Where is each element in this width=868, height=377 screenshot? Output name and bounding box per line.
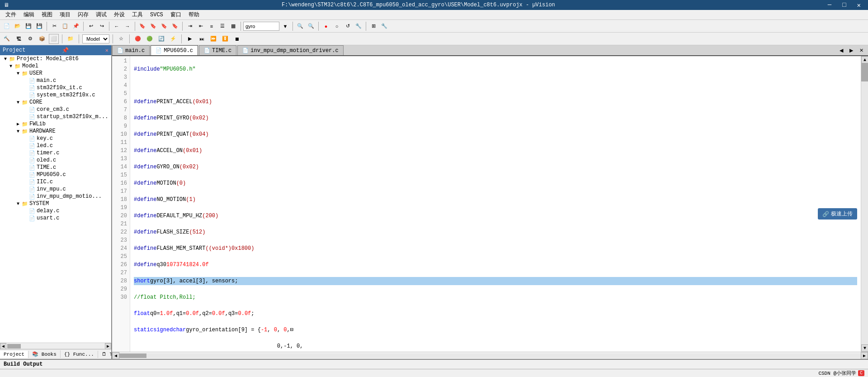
tree-inv-mpu-dmp[interactable]: 📄 inv_mpu_dmp_motio... <box>0 193 111 200</box>
build3-button[interactable]: ⚙ <box>25 34 35 44</box>
run3-button[interactable]: ↺ <box>343 21 353 31</box>
format2-button[interactable]: ☰ <box>217 21 227 31</box>
tree-delay[interactable]: 📄 delay.c <box>0 207 111 215</box>
vscroll-down[interactable]: ▼ <box>861 344 868 352</box>
project-pin-icon[interactable]: 📌 <box>62 47 69 54</box>
tab-mpu6050[interactable]: 📄 MPU6050.c <box>151 45 198 55</box>
menu-item-文件[interactable]: 文件 <box>2 10 20 19</box>
menu-item-视图[interactable]: 视图 <box>38 10 56 19</box>
format3-button[interactable]: ▦ <box>228 21 238 31</box>
hscroll-track[interactable] <box>119 353 861 358</box>
debug5-button[interactable]: ⏹ <box>232 34 242 44</box>
cut-button[interactable]: ✂ <box>49 21 59 31</box>
expander-hardware[interactable]: ▼ <box>14 129 22 134</box>
expander-user[interactable]: ▼ <box>14 71 22 76</box>
build5-button[interactable]: ⬜ <box>49 34 59 44</box>
tab-close-all[interactable]: ✕ <box>856 45 866 55</box>
bookmark-button[interactable]: 🔖 <box>137 21 147 31</box>
menu-item-工具[interactable]: 工具 <box>128 10 146 19</box>
maximize-button[interactable]: □ <box>839 1 849 9</box>
tree-key[interactable]: 📄 key.c <box>0 135 111 142</box>
menu-item-窗口[interactable]: 窗口 <box>167 10 185 19</box>
settings-button[interactable]: 🔧 <box>379 21 389 31</box>
nav-back-button[interactable]: ← <box>112 21 122 31</box>
close-button[interactable]: ✕ <box>854 1 864 9</box>
tree-user[interactable]: ▼ 📁 USER <box>0 70 111 77</box>
tab-scroll-right[interactable]: ▶ <box>846 45 856 55</box>
flash3-button[interactable]: 🔄 <box>156 34 166 44</box>
bookmark3-button[interactable]: 🔖 <box>159 21 169 31</box>
tab-main-c[interactable]: 📄 main.c <box>112 45 150 55</box>
build2-button[interactable]: 🏗 <box>14 34 24 44</box>
code-content[interactable]: #include "MPU6050.h" #define PRINT_ACCEL… <box>130 56 861 352</box>
save-all-button[interactable]: 💾 <box>34 21 44 31</box>
tab-time[interactable]: 📄 TIME.c <box>199 45 236 55</box>
menu-item-帮助[interactable]: 帮助 <box>185 10 203 19</box>
debug1-button[interactable]: ▶ <box>185 34 195 44</box>
option1-button[interactable]: ☆ <box>116 34 126 44</box>
project-scroll-track[interactable] <box>7 344 104 348</box>
proj-tab-project[interactable]: Project <box>0 351 28 358</box>
proj-tab-books[interactable]: 📚 Books <box>28 350 61 358</box>
bookmark4-button[interactable]: 🔖 <box>170 21 180 31</box>
search-go-button[interactable]: 🔍 <box>295 21 305 31</box>
tree-system-stm32[interactable]: 📄 system_stm32f10x.c <box>0 91 111 99</box>
proj-tab-func[interactable]: {} Func... <box>61 351 98 358</box>
tree-main-c[interactable]: 📄 main.c <box>0 77 111 84</box>
target-dropdown[interactable]: Model <box>82 34 109 43</box>
tree-core-cm3[interactable]: 📄 core_cm3.c <box>0 106 111 113</box>
project-scroll-right[interactable]: ▶ <box>105 343 111 349</box>
tree-oled[interactable]: 📄 oled.c <box>0 157 111 164</box>
search-dropdown-button[interactable]: ▼ <box>280 21 290 31</box>
debug4-button[interactable]: ⏬ <box>220 34 230 44</box>
menu-item-闪存[interactable]: 闪存 <box>74 10 92 19</box>
tree-iic[interactable]: 📄 IIC.c <box>0 178 111 186</box>
build-button[interactable]: 🔨 <box>2 34 12 44</box>
tree-stm32f10x-it[interactable]: 📄 stm32f10x_it.c <box>0 84 111 91</box>
menu-item-编辑[interactable]: 编辑 <box>20 10 38 19</box>
undo-button[interactable]: ↩ <box>86 21 96 31</box>
flash4-button[interactable]: ⚡ <box>168 34 178 44</box>
tree-fwlib[interactable]: ▶ 📁 FWLib <box>0 120 111 128</box>
flash2-button[interactable]: 🟢 <box>145 34 155 44</box>
proj-tab-temp[interactable]: 🗒 Temp... <box>98 350 111 358</box>
copy-button[interactable]: 📋 <box>60 21 70 31</box>
run4-button[interactable]: 🔧 <box>354 21 363 31</box>
tree-timer[interactable]: 📄 timer.c <box>0 149 111 157</box>
build4-button[interactable]: 📦 <box>37 34 47 44</box>
unindent-button[interactable]: ⇤ <box>196 21 206 31</box>
menu-item-调试[interactable]: 调试 <box>92 10 110 19</box>
expander-fwlib[interactable]: ▶ <box>14 121 22 127</box>
tree-led[interactable]: 📄 led.c <box>0 142 111 149</box>
view-button[interactable]: ⊞ <box>368 21 378 31</box>
find-button[interactable]: 🔍 <box>306 21 316 31</box>
hscroll-right[interactable]: ▶ <box>861 352 868 359</box>
open-button[interactable]: 📂 <box>13 21 23 31</box>
project-scroll-left[interactable]: ◀ <box>0 343 6 349</box>
upload-button[interactable]: 🔗 极速上传 <box>818 208 857 220</box>
minimize-button[interactable]: ─ <box>824 1 835 9</box>
tree-inv-mpu[interactable]: 📄 inv_mpu.c <box>0 186 111 193</box>
expander-root[interactable]: ▼ <box>2 57 9 62</box>
tree-mpu6050[interactable]: 📄 MPU6050.c <box>0 171 111 178</box>
run2-button[interactable]: ○ <box>332 21 342 31</box>
expander-model[interactable]: ▼ <box>7 64 14 69</box>
debug2-button[interactable]: ⏭ <box>197 34 207 44</box>
nav-forward-button[interactable]: → <box>123 21 132 31</box>
tab-inv-driver[interactable]: 📄 inv_mpu_dmp_motion_driver.c <box>237 45 343 55</box>
new-button[interactable]: 📄 <box>2 21 12 31</box>
menu-item-外设[interactable]: 外设 <box>110 10 128 19</box>
vscroll-up[interactable]: ▲ <box>861 56 868 63</box>
indent-button[interactable]: ⇥ <box>185 21 195 31</box>
hscroll-left[interactable]: ◀ <box>112 352 119 359</box>
save-button[interactable]: 💾 <box>24 21 33 31</box>
tab-scroll-left[interactable]: ◀ <box>836 45 846 55</box>
paste-button[interactable]: 📌 <box>71 21 81 31</box>
run-button[interactable]: ● <box>321 21 331 31</box>
tree-startup[interactable]: 📄 startup_stm32f10x_m... <box>0 113 111 120</box>
tree-hardware[interactable]: ▼ 📁 HARDWARE <box>0 128 111 135</box>
debug3-button[interactable]: ⏩ <box>208 34 218 44</box>
flash1-button[interactable]: 🔴 <box>133 34 143 44</box>
tree-time[interactable]: 📄 TIME.c <box>0 164 111 171</box>
redo-button[interactable]: ↪ <box>97 21 107 31</box>
